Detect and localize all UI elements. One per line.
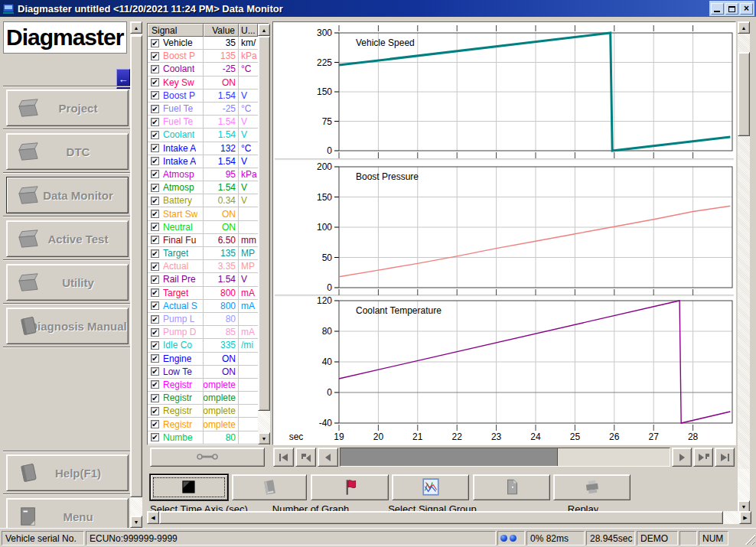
table-row[interactable]: ✔ Rail Pre 1.54 V [148,273,258,286]
replay-progress-bar[interactable] [340,448,670,467]
signal-checkbox[interactable]: ✔ [151,301,159,310]
table-row[interactable]: ✔ Engine ON [148,353,258,366]
maximize-button[interactable] [725,3,738,15]
signal-checkbox[interactable]: ✔ [151,157,159,165]
signal-checkbox[interactable]: ✔ [151,78,159,86]
horizontal-scrollbar[interactable]: ◀ ▶ [147,511,751,524]
settings-button[interactable] [150,448,265,467]
sidebar-item-menu[interactable]: Menu [6,498,129,528]
scrollbar-track[interactable] [130,497,142,516]
sidebar-item-project[interactable]: Project [6,90,129,126]
scroll-up-icon[interactable]: ▲ [258,24,270,36]
number-of-graph-button[interactable] [232,474,307,500]
signal-checkbox[interactable]: ✔ [151,65,159,73]
table-row[interactable]: ✔ Low Te ON [148,366,258,379]
time-axis-button[interactable] [150,474,228,500]
signal-checkbox[interactable]: ✔ [151,275,159,284]
column-header-unit[interactable]: U... [239,24,258,37]
scrollbar-track[interactable] [723,511,739,524]
scroll-down-icon[interactable]: ▼ [258,432,270,444]
table-row[interactable]: ✔ Fuel Te -25 °C [148,103,258,116]
table-row[interactable]: ✔ Target 800 mA [148,287,258,300]
signal-checkbox[interactable]: ✔ [151,341,159,350]
table-row[interactable]: ✔ Registr Complete [148,418,258,431]
signal-checkbox[interactable]: ✔ [151,328,159,337]
scrollbar-thumb[interactable] [159,511,723,524]
table-row[interactable]: ✔ Key Sw ON [148,77,258,90]
scrollbar-thumb[interactable] [258,36,270,411]
scroll-up-icon[interactable]: ▲ [738,21,750,34]
previous-flag-button[interactable] [295,448,316,467]
sidebar-scrollbar[interactable]: ▲ ▼ [130,21,142,528]
signal-checkbox[interactable]: ✔ [151,118,159,126]
sidebar-item-data-monitor[interactable]: Data Monitor [6,177,129,213]
signal-checkbox[interactable]: ✔ [151,197,159,205]
table-row[interactable]: ✔ Vehicle 35 km/ [148,37,258,50]
table-row[interactable]: ✔ Numbe 80 [148,431,258,444]
flag-marker-button[interactable] [311,474,389,500]
signal-checkbox[interactable]: ✔ [151,52,159,60]
signal-checkbox[interactable]: ✔ [151,236,159,244]
table-row[interactable]: ✔ Actual 3.35 MP [148,260,258,273]
signal-checkbox[interactable]: ✔ [151,315,159,324]
table-row[interactable]: ✔ Coolant 1.54 V [148,129,258,142]
table-scrollbar[interactable]: ▲ ▼ [258,24,270,444]
signal-checkbox[interactable]: ✔ [151,184,159,192]
signal-checkbox[interactable]: ✔ [151,249,159,258]
signal-group-button[interactable] [392,474,469,500]
sidebar-item-diagnosis-manual[interactable]: Diagnosis Manual [6,308,129,344]
signal-checkbox[interactable]: ✔ [151,210,159,218]
signal-checkbox[interactable]: ✔ [151,144,159,152]
signal-checkbox[interactable]: ✔ [151,394,159,402]
scrollbar-track[interactable] [738,469,750,500]
scroll-up-icon[interactable]: ▲ [130,21,142,34]
table-row[interactable]: ✔ Boost P 135 kPa [148,50,258,63]
table-row[interactable]: ✔ Intake A 132 °C [148,142,258,155]
table-row[interactable]: ✔ Battery 0.34 V [148,194,258,207]
scrollbar-thumb[interactable] [738,52,750,136]
signal-checkbox[interactable]: ✔ [151,288,159,297]
step-back-button[interactable] [318,448,338,467]
minimize-button[interactable] [711,3,724,15]
table-row[interactable]: ✔ Actual S 800 mA [148,300,258,313]
table-row[interactable]: ✔ Coolant -25 °C [148,63,258,76]
sidebar-item-utility[interactable]: Utility [6,264,129,301]
sidebar-item-help-f1[interactable]: Help(F1) [6,454,129,491]
scrollbar-thumb[interactable] [130,35,142,497]
column-header-signal[interactable]: Signal [148,24,204,37]
signal-checkbox[interactable]: ✔ [151,380,159,389]
table-row[interactable]: ✔ Target 135 MP [148,247,258,260]
table-row[interactable]: ✔ Pump L 80 [148,313,258,326]
table-row[interactable]: ✔ Atmosp 95 kPa [148,168,258,181]
table-row[interactable]: ✔ Idle Co 335 /mi [148,339,258,352]
table-row[interactable]: ✔ Intake A 1.54 V [148,155,258,168]
table-row[interactable]: ✔ Pump D 85 mA [148,326,258,339]
table-row[interactable]: ✔ Atmosp 1.54 V [148,181,258,194]
resize-grip-icon[interactable] [745,532,755,545]
next-flag-button[interactable] [693,448,713,467]
signal-checkbox[interactable]: ✔ [151,131,159,139]
table-row[interactable]: ✔ Registr Complete [148,379,258,392]
table-row[interactable]: ✔ Registr Complete [148,392,258,405]
signal-checkbox[interactable]: ✔ [151,420,159,428]
table-row[interactable]: ✔ Registr Complete [148,405,258,418]
signal-checkbox[interactable]: ✔ [151,367,159,376]
scrollbar-track[interactable] [258,411,270,432]
print-button[interactable] [553,474,631,500]
signal-checkbox[interactable]: ✔ [151,354,159,363]
signal-checkbox[interactable]: ✔ [151,223,159,231]
replay-file-button[interactable] [473,474,550,500]
signal-checkbox[interactable]: ✔ [151,39,159,47]
chart-scrollbar[interactable]: ▲ ▼ [738,21,750,513]
scroll-down-icon[interactable]: ▼ [130,516,142,528]
scroll-left-icon[interactable]: ◀ [147,511,159,524]
signal-checkbox[interactable]: ✔ [151,91,159,99]
sidebar-item-dtc[interactable]: DTC [6,133,129,170]
signal-checkbox[interactable]: ✔ [151,262,159,271]
table-row[interactable]: ✔ Start Sw ON [148,207,258,220]
table-row[interactable]: ✔ Final Fu 6.50 mm [148,234,258,247]
signal-checkbox[interactable]: ✔ [151,170,159,178]
scroll-right-icon[interactable]: ▶ [739,511,751,524]
table-row[interactable]: ✔ Neutral ON [148,221,258,234]
table-row[interactable]: ✔ Fuel Te 1.54 V [148,116,258,129]
